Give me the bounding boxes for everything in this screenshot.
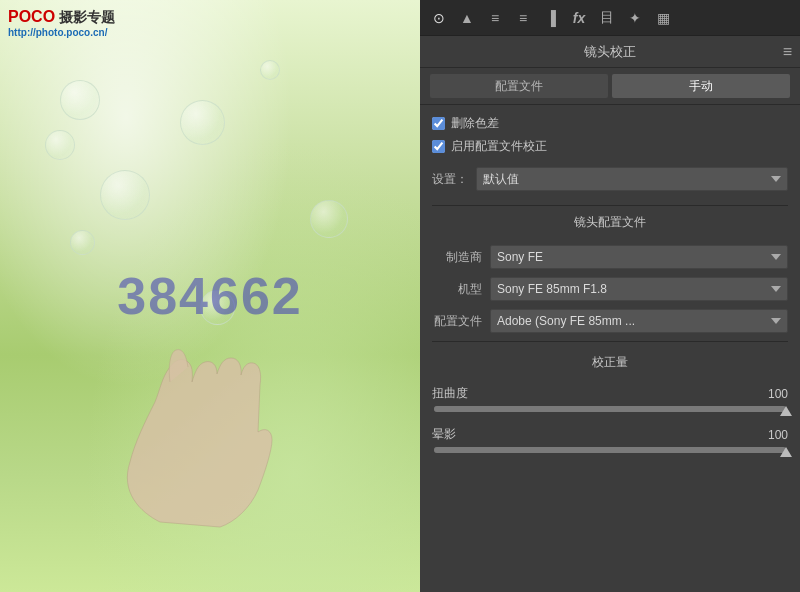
form-label-model: 机型	[432, 281, 482, 298]
vignette-thumb	[780, 447, 792, 457]
correction-title: 校正量	[432, 354, 788, 375]
distortion-track	[434, 406, 786, 412]
distortion-value: 100	[768, 387, 788, 401]
checkbox-row-profile: 启用配置文件校正	[432, 138, 788, 155]
panel-title: 镜头校正	[584, 43, 636, 61]
bubble-6	[180, 100, 225, 145]
right-panel: ⊙ ▲ ≡ ≡ ▐ fx 目 ✦ ▦ 镜头校正 ≡ 配置文件 手动 删除色差 启…	[420, 0, 800, 592]
poco-logo: POCO 摄影专题 http://photo.poco.cn/	[8, 8, 115, 38]
toolbar-icon-transform[interactable]: ✦	[622, 5, 648, 31]
panel-header: 镜头校正 ≡	[420, 36, 800, 68]
model-select[interactable]: Sony FE 85mm F1.8	[490, 277, 788, 301]
panel-menu-icon[interactable]: ≡	[783, 43, 792, 61]
divider-2	[432, 341, 788, 342]
toolbar-icon-hsl[interactable]: ▐	[538, 5, 564, 31]
bubble-2	[45, 130, 75, 160]
checkbox-chromatic-label: 删除色差	[451, 115, 499, 132]
toolbar-icon-histogram[interactable]: ▲	[454, 5, 480, 31]
form-row-config: 配置文件 Adobe (Sony FE 85mm ...	[432, 309, 788, 333]
form-row-manufacturer: 制造商 Sony FE	[432, 245, 788, 269]
photo-panel: POCO 摄影专题 http://photo.poco.cn/ 384662	[0, 0, 420, 592]
tab-manual[interactable]: 手动	[612, 74, 790, 98]
slider-header-vignette: 晕影 100	[432, 426, 788, 443]
checkbox-chromatic[interactable]	[432, 117, 445, 130]
slider-row-distortion: 扭曲度 100	[432, 385, 788, 412]
slider-header-distortion: 扭曲度 100	[432, 385, 788, 402]
toolbar-icon-lens[interactable]: ⊙	[426, 5, 452, 31]
vignette-label: 晕影	[432, 426, 456, 443]
bubble-4	[70, 230, 95, 255]
poco-tagline: 摄影专题	[59, 9, 115, 25]
bubble-1	[60, 80, 100, 120]
bubble-8	[310, 200, 348, 238]
distortion-label: 扭曲度	[432, 385, 468, 402]
toolbar-icon-basic[interactable]: ≡	[482, 5, 508, 31]
toolbar-icon-detail[interactable]: 目	[594, 5, 620, 31]
watermark-text: 384662	[117, 266, 303, 326]
vignette-value: 100	[768, 428, 788, 442]
form-label-config: 配置文件	[432, 313, 482, 330]
settings-row: 设置： 默认值	[432, 167, 788, 191]
checkbox-section: 删除色差 启用配置文件校正	[432, 115, 788, 155]
poco-brand: POCO 摄影专题	[8, 9, 115, 25]
content-area: 删除色差 启用配置文件校正 设置： 默认值 镜头配置文件 制造商 Sony FE	[420, 105, 800, 592]
distortion-thumb	[780, 406, 792, 416]
manufacturer-select[interactable]: Sony FE	[490, 245, 788, 269]
settings-label: 设置：	[432, 171, 468, 188]
distortion-fill	[434, 406, 786, 412]
toolbar-icon-fx[interactable]: fx	[566, 5, 592, 31]
form-row-model: 机型 Sony FE 85mm F1.8	[432, 277, 788, 301]
checkbox-profile-label: 启用配置文件校正	[451, 138, 547, 155]
checkbox-profile[interactable]	[432, 140, 445, 153]
settings-select[interactable]: 默认值	[476, 167, 788, 191]
form-label-manufacturer: 制造商	[432, 249, 482, 266]
poco-url: http://photo.poco.cn/	[8, 27, 115, 38]
bubble-7	[260, 60, 280, 80]
config-select[interactable]: Adobe (Sony FE 85mm ...	[490, 309, 788, 333]
hand-illustration	[80, 312, 280, 532]
checkbox-row-chromatic: 删除色差	[432, 115, 788, 132]
tabs-row: 配置文件 手动	[420, 68, 800, 105]
correction-section: 校正量 扭曲度 100 晕影 100	[432, 354, 788, 453]
lens-profile-title: 镜头配置文件	[432, 214, 788, 235]
lens-profile-section: 镜头配置文件 制造商 Sony FE 机型 Sony FE 85mm F1.8 …	[432, 214, 788, 333]
toolbar-icon-tone[interactable]: ≡	[510, 5, 536, 31]
vignette-track	[434, 447, 786, 453]
slider-row-vignette: 晕影 100	[432, 426, 788, 453]
divider-1	[432, 205, 788, 206]
tab-profile[interactable]: 配置文件	[430, 74, 608, 98]
bubble-3	[100, 170, 150, 220]
toolbar-icon-calibration[interactable]: ▦	[650, 5, 676, 31]
vignette-fill	[434, 447, 786, 453]
toolbar: ⊙ ▲ ≡ ≡ ▐ fx 目 ✦ ▦	[420, 0, 800, 36]
